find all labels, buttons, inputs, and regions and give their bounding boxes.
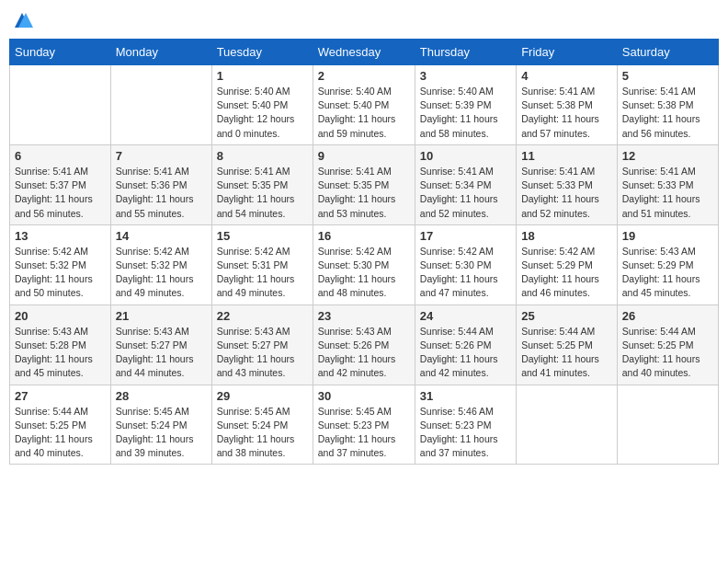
weekday-header-row: SundayMondayTuesdayWednesdayThursdayFrid…: [10, 40, 719, 65]
day-info: Sunrise: 5:41 AM Sunset: 5:35 PM Dayligh…: [217, 165, 308, 221]
day-info: Sunrise: 5:40 AM Sunset: 5:40 PM Dayligh…: [318, 85, 410, 141]
calendar-cell: 18Sunrise: 5:42 AM Sunset: 5:29 PM Dayli…: [517, 224, 618, 304]
logo-icon: [11, 9, 33, 31]
calendar-cell: [617, 385, 718, 465]
day-info: Sunrise: 5:42 AM Sunset: 5:30 PM Dayligh…: [420, 245, 511, 301]
day-number: 23: [318, 309, 410, 323]
calendar-week-row: 27Sunrise: 5:44 AM Sunset: 5:25 PM Dayli…: [10, 385, 719, 465]
day-number: 4: [521, 69, 612, 83]
day-info: Sunrise: 5:40 AM Sunset: 5:40 PM Dayligh…: [217, 85, 308, 141]
day-info: Sunrise: 5:42 AM Sunset: 5:32 PM Dayligh…: [15, 245, 106, 301]
calendar-cell: 10Sunrise: 5:41 AM Sunset: 5:34 PM Dayli…: [415, 144, 516, 224]
calendar-cell: 8Sunrise: 5:41 AM Sunset: 5:35 PM Daylig…: [211, 144, 313, 224]
day-info: Sunrise: 5:43 AM Sunset: 5:26 PM Dayligh…: [318, 325, 410, 381]
day-number: 6: [15, 149, 106, 163]
day-number: 30: [318, 389, 410, 403]
day-info: Sunrise: 5:45 AM Sunset: 5:23 PM Dayligh…: [318, 405, 410, 461]
day-number: 26: [622, 309, 713, 323]
day-number: 14: [116, 229, 207, 243]
calendar-page: SundayMondayTuesdayWednesdayThursdayFrid…: [0, 0, 728, 563]
calendar-cell: 15Sunrise: 5:42 AM Sunset: 5:31 PM Dayli…: [211, 224, 313, 304]
calendar-week-row: 13Sunrise: 5:42 AM Sunset: 5:32 PM Dayli…: [10, 224, 719, 304]
day-info: Sunrise: 5:42 AM Sunset: 5:31 PM Dayligh…: [217, 245, 308, 301]
day-number: 18: [521, 229, 612, 243]
weekday-header-sunday: Sunday: [10, 40, 111, 65]
calendar-cell: 23Sunrise: 5:43 AM Sunset: 5:26 PM Dayli…: [313, 304, 415, 385]
day-number: 21: [116, 309, 207, 323]
calendar-cell: [110, 65, 211, 145]
calendar-cell: 7Sunrise: 5:41 AM Sunset: 5:36 PM Daylig…: [110, 144, 211, 224]
calendar-cell: 17Sunrise: 5:42 AM Sunset: 5:30 PM Dayli…: [415, 224, 516, 304]
day-number: 27: [15, 389, 106, 403]
day-info: Sunrise: 5:46 AM Sunset: 5:23 PM Dayligh…: [420, 405, 511, 461]
page-header: [9, 9, 719, 31]
day-info: Sunrise: 5:45 AM Sunset: 5:24 PM Dayligh…: [116, 405, 207, 461]
day-info: Sunrise: 5:43 AM Sunset: 5:29 PM Dayligh…: [622, 245, 713, 301]
day-info: Sunrise: 5:43 AM Sunset: 5:28 PM Dayligh…: [15, 325, 106, 381]
day-number: 3: [420, 69, 511, 83]
calendar-cell: 19Sunrise: 5:43 AM Sunset: 5:29 PM Dayli…: [617, 224, 718, 304]
day-info: Sunrise: 5:45 AM Sunset: 5:24 PM Dayligh…: [217, 405, 308, 461]
day-number: 8: [217, 149, 308, 163]
day-info: Sunrise: 5:41 AM Sunset: 5:33 PM Dayligh…: [521, 165, 612, 221]
weekday-header-tuesday: Tuesday: [211, 40, 313, 65]
day-number: 25: [521, 309, 612, 323]
weekday-header-friday: Friday: [517, 40, 618, 65]
day-number: 17: [420, 229, 511, 243]
calendar-cell: 28Sunrise: 5:45 AM Sunset: 5:24 PM Dayli…: [110, 385, 211, 465]
day-number: 12: [622, 149, 713, 163]
calendar-week-row: 6Sunrise: 5:41 AM Sunset: 5:37 PM Daylig…: [10, 144, 719, 224]
day-info: Sunrise: 5:42 AM Sunset: 5:29 PM Dayligh…: [521, 245, 612, 301]
calendar-cell: 4Sunrise: 5:41 AM Sunset: 5:38 PM Daylig…: [517, 65, 618, 145]
day-number: 16: [318, 229, 410, 243]
calendar-cell: 12Sunrise: 5:41 AM Sunset: 5:33 PM Dayli…: [617, 144, 718, 224]
calendar-cell: [517, 385, 618, 465]
calendar-cell: 25Sunrise: 5:44 AM Sunset: 5:25 PM Dayli…: [517, 304, 618, 385]
weekday-header-monday: Monday: [110, 40, 211, 65]
calendar-cell: 9Sunrise: 5:41 AM Sunset: 5:35 PM Daylig…: [313, 144, 415, 224]
calendar-cell: 1Sunrise: 5:40 AM Sunset: 5:40 PM Daylig…: [211, 65, 313, 145]
day-number: 29: [217, 389, 308, 403]
day-info: Sunrise: 5:42 AM Sunset: 5:30 PM Dayligh…: [318, 245, 410, 301]
weekday-header-wednesday: Wednesday: [313, 40, 415, 65]
day-number: 9: [318, 149, 410, 163]
day-info: Sunrise: 5:41 AM Sunset: 5:37 PM Dayligh…: [15, 165, 106, 221]
calendar-cell: 20Sunrise: 5:43 AM Sunset: 5:28 PM Dayli…: [10, 304, 111, 385]
calendar-cell: 31Sunrise: 5:46 AM Sunset: 5:23 PM Dayli…: [415, 385, 516, 465]
day-info: Sunrise: 5:44 AM Sunset: 5:25 PM Dayligh…: [622, 325, 713, 381]
weekday-header-thursday: Thursday: [415, 40, 516, 65]
day-info: Sunrise: 5:41 AM Sunset: 5:35 PM Dayligh…: [318, 165, 410, 221]
day-number: 11: [521, 149, 612, 163]
day-info: Sunrise: 5:41 AM Sunset: 5:34 PM Dayligh…: [420, 165, 511, 221]
calendar-cell: 30Sunrise: 5:45 AM Sunset: 5:23 PM Dayli…: [313, 385, 415, 465]
calendar-cell: 11Sunrise: 5:41 AM Sunset: 5:33 PM Dayli…: [517, 144, 618, 224]
day-info: Sunrise: 5:43 AM Sunset: 5:27 PM Dayligh…: [217, 325, 308, 381]
day-number: 1: [217, 69, 308, 83]
weekday-header-saturday: Saturday: [617, 40, 718, 65]
calendar-week-row: 1Sunrise: 5:40 AM Sunset: 5:40 PM Daylig…: [10, 65, 719, 145]
calendar-cell: 21Sunrise: 5:43 AM Sunset: 5:27 PM Dayli…: [110, 304, 211, 385]
calendar-cell: [10, 65, 111, 145]
day-number: 22: [217, 309, 308, 323]
day-info: Sunrise: 5:40 AM Sunset: 5:39 PM Dayligh…: [420, 85, 511, 141]
day-info: Sunrise: 5:41 AM Sunset: 5:33 PM Dayligh…: [622, 165, 713, 221]
calendar-cell: 13Sunrise: 5:42 AM Sunset: 5:32 PM Dayli…: [10, 224, 111, 304]
day-info: Sunrise: 5:41 AM Sunset: 5:38 PM Dayligh…: [622, 85, 713, 141]
day-info: Sunrise: 5:43 AM Sunset: 5:27 PM Dayligh…: [116, 325, 207, 381]
day-info: Sunrise: 5:44 AM Sunset: 5:25 PM Dayligh…: [521, 325, 612, 381]
calendar-cell: 6Sunrise: 5:41 AM Sunset: 5:37 PM Daylig…: [10, 144, 111, 224]
day-number: 5: [622, 69, 713, 83]
calendar-cell: 29Sunrise: 5:45 AM Sunset: 5:24 PM Dayli…: [211, 385, 313, 465]
day-info: Sunrise: 5:41 AM Sunset: 5:36 PM Dayligh…: [116, 165, 207, 221]
calendar-cell: 22Sunrise: 5:43 AM Sunset: 5:27 PM Dayli…: [211, 304, 313, 385]
day-number: 13: [15, 229, 106, 243]
calendar-cell: 3Sunrise: 5:40 AM Sunset: 5:39 PM Daylig…: [415, 65, 516, 145]
day-number: 31: [420, 389, 511, 403]
logo: [9, 9, 33, 31]
calendar-table: SundayMondayTuesdayWednesdayThursdayFrid…: [9, 39, 719, 465]
calendar-cell: 27Sunrise: 5:44 AM Sunset: 5:25 PM Dayli…: [10, 385, 111, 465]
day-number: 24: [420, 309, 511, 323]
day-number: 15: [217, 229, 308, 243]
day-number: 10: [420, 149, 511, 163]
day-info: Sunrise: 5:42 AM Sunset: 5:32 PM Dayligh…: [116, 245, 207, 301]
